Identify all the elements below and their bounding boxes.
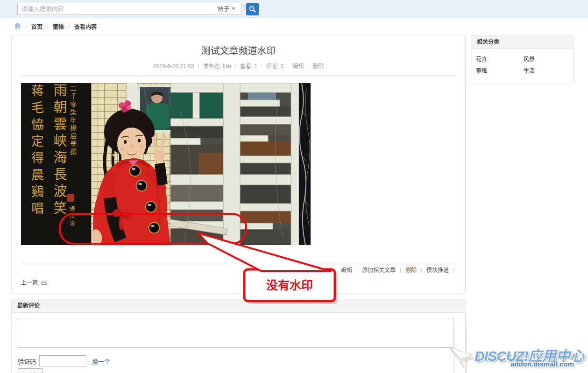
action-module-push[interactable]: 模块推送 — [426, 267, 449, 274]
category-link[interactable]: 花卉 — [476, 55, 524, 63]
action-add-related[interactable]: 添加相关文章 — [362, 267, 396, 274]
divider — [21, 262, 459, 262]
watermark-domain: addon.dismall.com — [510, 360, 574, 368]
paper-plane-icon — [442, 340, 479, 373]
photo-girl — [21, 83, 311, 245]
top-search-bar: 帖子 — [0, 0, 588, 18]
search-type-dropdown[interactable]: 帖子 — [212, 3, 241, 15]
breadcrumb: › 首页 › 童稚 › 查看内容 — [14, 21, 97, 31]
page: 帖子 › 首页 › 童稚 › 查看内容 测试文章频道水印 2023-6-20 2… — [0, 0, 588, 373]
related-categories-list: 花卉 风景 童稚 生活 — [471, 49, 573, 74]
comment-textarea[interactable] — [18, 319, 453, 348]
caret-down-icon — [232, 7, 235, 10]
search-type-label: 帖子 — [217, 5, 229, 12]
breadcrumb-separator: › — [68, 23, 70, 29]
captcha-row: 验证码 换一个 — [18, 355, 110, 367]
meta-delete-link[interactable]: 删除 — [312, 63, 324, 70]
article-actions: 编辑添加相关文章删除模块推送 — [341, 266, 459, 274]
comment-submit-button[interactable]: 评论 — [18, 368, 43, 373]
comments-card: 最新评论 验证码 换一个 评论 — [11, 299, 466, 373]
related-categories-header: 相关分类 — [471, 35, 573, 49]
home-icon[interactable] — [14, 22, 21, 30]
breadcrumb-home[interactable]: 首页 — [31, 22, 43, 30]
category-link[interactable]: 风景 — [524, 55, 571, 63]
article-comment-count: 评论: 0 — [266, 63, 283, 70]
captcha-change-link[interactable]: 换一个 — [92, 357, 110, 366]
action-delete[interactable]: 删除 — [405, 267, 417, 274]
article-photo: 蒋毛恊定得晨鷄唱 雨朝雲峡海長波笑 二千零柒年楊启華撰 張江濤 — [21, 83, 311, 245]
search-button[interactable] — [246, 3, 259, 15]
breadcrumb-separator: › — [25, 23, 27, 29]
captcha-label: 验证码 — [18, 357, 36, 366]
search-icon — [249, 6, 256, 13]
breadcrumb-separator: › — [47, 23, 49, 29]
category-link[interactable]: 童稚 — [476, 66, 524, 74]
article-title: 测试文章频道水印 — [12, 43, 465, 57]
prev-article-link[interactable]: cs — [41, 280, 47, 286]
captcha-input[interactable] — [39, 355, 86, 366]
divider — [21, 75, 459, 76]
article-publisher: 发布者: lilin — [203, 63, 231, 70]
article-card: 测试文章频道水印 2023-6-20 21:53发布者: lilin查看: 1评… — [11, 35, 466, 294]
category-link[interactable]: 生活 — [524, 66, 571, 74]
breadcrumb-current[interactable]: 查看内容 — [74, 22, 97, 30]
article-date: 2023-6-20 21:53 — [153, 63, 194, 70]
prev-article-label: 上一篇: — [21, 280, 39, 286]
action-edit[interactable]: 编辑 — [341, 267, 352, 274]
related-categories-card: 相关分类 花卉 风景 童稚 生活 — [471, 35, 574, 83]
meta-edit-link[interactable]: 编辑 — [292, 63, 304, 70]
article-meta: 2023-6-20 21:53发布者: lilin查看: 1评论: 0编辑删除 — [12, 62, 465, 70]
prev-article-row: 上一篇:cs — [21, 278, 47, 286]
comments-header: 最新评论 — [12, 299, 465, 313]
breadcrumb-category[interactable]: 童稚 — [53, 22, 64, 30]
article-views: 查看: 1 — [240, 63, 257, 70]
search-input[interactable] — [17, 3, 212, 15]
